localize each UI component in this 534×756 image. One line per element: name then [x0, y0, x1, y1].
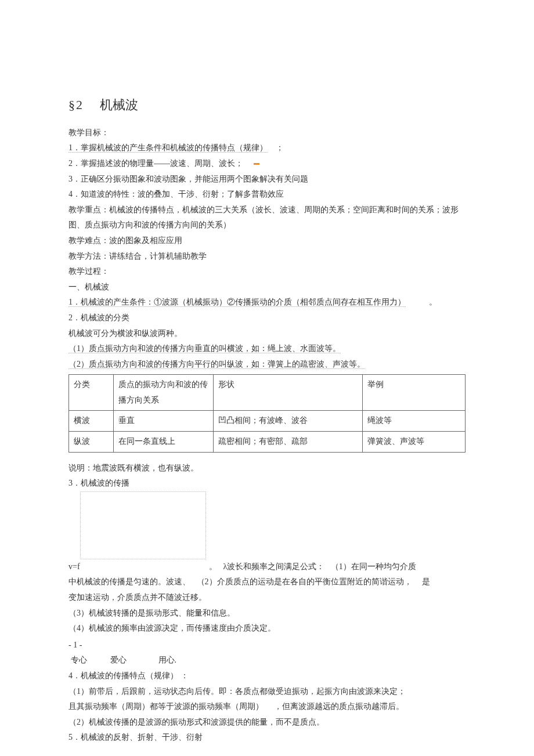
method: 教学方法：讲练结合，计算机辅助教学: [68, 249, 466, 265]
footer-c: 用心.: [158, 653, 177, 668]
cell: 绳波等: [363, 411, 466, 432]
goal-1-text: 1．掌握机械波的产生条件和机械波的传播特点（规律）: [68, 143, 268, 153]
footer-motto: 专心爱心用心.: [68, 653, 466, 668]
lambda-text: λ波长和频率之间满足公式：: [223, 562, 325, 571]
goal-2-text: 2．掌握描述波的物理量——波速、周期、波长；: [68, 159, 243, 168]
goal-2: 2．掌握描述波的物理量——波速、周期、波长；: [68, 156, 466, 172]
figure-placeholder: [80, 491, 206, 559]
table-row: 横波 垂直 凹凸相间；有波峰、波谷 绳波等: [69, 411, 466, 432]
page-number: - 1 -: [68, 638, 466, 653]
table-header-row: 分类 质点的振动方向和波的传播方向关系 形状 举例: [69, 375, 466, 411]
cell: 纵波: [69, 432, 114, 453]
highlight-bar-icon: [254, 163, 259, 165]
point-2c: （2）质点振动方向和波的传播方向平行的叫纵波，如：弹簧上的疏密波、声波等。: [68, 357, 466, 372]
earthquake-note: 说明：地震波既有横波，也有纵波。: [68, 461, 466, 476]
classification-table: 分类 质点的振动方向和波的传播方向关系 形状 举例 横波 垂直 凹凸相间；有波峰…: [68, 374, 466, 452]
document-title: §2机械波: [68, 93, 466, 117]
point-1: 1．机械波的产生条件：①波源（机械振动）②传播振动的介质（相邻质点间存在相互作用…: [68, 295, 466, 310]
point-2b-text: （1）质点振动方向和波的传播方向垂直的叫横波，如：绳上波、水面波等。: [68, 344, 341, 353]
point-1-text: 1．机械波的产生条件：①波源（机械振动）②传播振动的介质（相邻质点间存在相互作用…: [68, 298, 406, 307]
cell: 横波: [69, 411, 114, 432]
p3b-a: 中机械波的传播是匀速的。波速、: [68, 577, 190, 586]
cell: 弹簧波、声波等: [363, 432, 466, 453]
section-1-heading: 一、机械波: [68, 280, 466, 295]
figure-row: v=f 。 λ波长和频率之间满足公式： （1）在同一种均匀介质: [68, 491, 466, 575]
point-4c: （2）机械波传播的是波源的振动形式和波源提供的能量，而不是质点。: [68, 715, 466, 730]
point-3-heading: 3．机械波的传播: [68, 476, 466, 491]
point-2-heading: 2．机械波的分类: [68, 310, 466, 326]
cell: 凹凸相间；有波峰、波谷: [214, 411, 363, 432]
goal-1-semicolon: ；: [276, 143, 284, 152]
p4b-b: ，但离波源越远的质点振动越滞后。: [274, 702, 404, 711]
formula-vf: v=f: [68, 562, 80, 571]
difficulty: 教学难点：波的图象及相应应用: [68, 233, 466, 249]
cell: 疏密相间；有密部、疏部: [214, 432, 363, 453]
goal-4: 4．知道波的特性：波的叠加、干涉、衍射；了解多普勒效应: [68, 187, 466, 202]
point-2c-text: （2）质点振动方向和波的传播方向平行的叫纵波，如：弹簧上的疏密波、声波等。: [68, 360, 365, 369]
point-2b: （1）质点振动方向和波的传播方向垂直的叫横波，如：绳上波、水面波等。: [68, 341, 466, 357]
point-5-heading: 5．机械波的反射、折射、干涉、衍射: [68, 730, 466, 746]
cell: 垂直: [114, 411, 214, 432]
p3b-c: 是: [422, 577, 430, 586]
section-number: §2: [68, 97, 84, 112]
th-category: 分类: [69, 375, 114, 411]
footer-a: 专心: [71, 653, 87, 668]
point-3b: 中机械波的传播是匀速的。波速、 （2）介质质点的运动是在各自的平衡位置附近的简谐…: [68, 574, 466, 590]
point-4-heading: 4．机械波的传播特点（规律） ：: [68, 668, 466, 684]
th-shape: 形状: [214, 375, 363, 411]
key-point: 教学重点：机械波的传播特点，机械波的三大关系（波长、波速、周期的关系；空间距离和…: [68, 202, 466, 233]
goal-1: 1．掌握机械波的产生条件和机械波的传播特点（规律） ；: [68, 140, 466, 156]
footer-b: 爱心: [110, 653, 127, 668]
point-1-period: 。: [429, 295, 437, 310]
point-3c: 变加速运动，介质质点并不随波迁移。: [68, 590, 466, 606]
p3b-b: （2）介质质点的运动是在各自的平衡位置附近的简谐运动，: [197, 577, 412, 586]
p4b-a: 且其振动频率（周期）都等于波源的振动频率（周期）: [68, 702, 264, 711]
point-4a: （1）前带后，后跟前，运动状态向后传。即：各质点都做受迫振动，起振方向由波源来决…: [68, 684, 466, 700]
goals-heading: 教学目标：: [68, 125, 466, 141]
table-row: 纵波 在同一条直线上 疏密相间；有密部、疏部 弹簧波、声波等: [69, 432, 466, 453]
point-3-1: （1）在同一种均匀介质: [331, 562, 416, 571]
point-4b: 且其振动频率（周期）都等于波源的振动频率（周期） ，但离波源越远的质点振动越滞后…: [68, 699, 466, 715]
goal-3: 3．正确区分振动图象和波动图象，并能运用两个图象解决有关问题: [68, 172, 466, 187]
point-3e: （4）机械波的频率由波源决定，而传播速度由介质决定。: [68, 621, 466, 636]
period: 。: [209, 562, 217, 571]
cell: 在同一条直线上: [114, 432, 214, 453]
point-3d: （3）机械波转播的是振动形式、能量和信息。: [68, 606, 466, 621]
point-2a: 机械波可分为横波和纵波两种。: [68, 326, 466, 342]
th-relation: 质点的振动方向和波的传播方向关系: [114, 375, 214, 411]
th-example: 举例: [363, 375, 466, 411]
section-name: 机械波: [100, 97, 138, 112]
process-heading: 教学过程：: [68, 264, 466, 280]
